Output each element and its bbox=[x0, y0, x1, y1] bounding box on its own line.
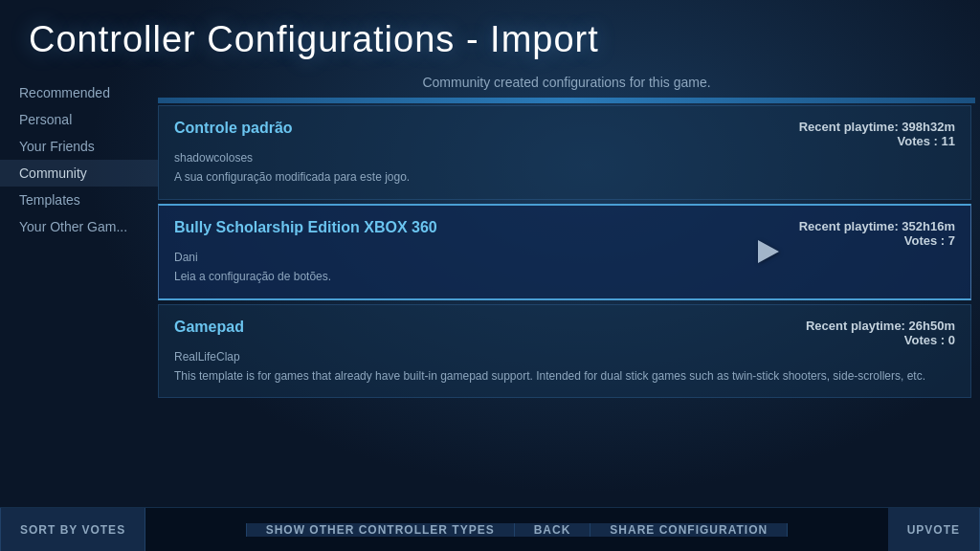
main-content: Recommended Personal Your Friends Commun… bbox=[0, 70, 980, 507]
cursor-arrow-icon bbox=[758, 240, 779, 263]
top-bar-divider bbox=[158, 98, 975, 103]
sidebar-item-community[interactable]: Community bbox=[0, 160, 158, 187]
card-votes: Votes : 0 bbox=[806, 333, 955, 347]
card-stats: Recent playtime: 398h32m Votes : 11 bbox=[799, 120, 955, 148]
toolbar: SORT BY VOTES SHOW OTHER CONTROLLER TYPE… bbox=[0, 507, 980, 551]
toolbar-center: SHOW OTHER CONTROLLER TYPES BACK SHARE C… bbox=[246, 523, 788, 537]
config-list[interactable]: Controle padrão Recent playtime: 398h32m… bbox=[158, 105, 975, 507]
card-stats: Recent playtime: 26h50m Votes : 0 bbox=[806, 319, 955, 347]
content-panel: Community created configurations for thi… bbox=[158, 70, 980, 507]
card-author: shadowcoloses bbox=[174, 151, 955, 165]
card-header: Gamepad Recent playtime: 26h50m Votes : … bbox=[174, 319, 955, 347]
card-stats: Recent playtime: 352h16m Votes : 7 bbox=[799, 219, 955, 248]
card-votes: Votes : 11 bbox=[799, 134, 955, 148]
card-header: Controle padrão Recent playtime: 398h32m… bbox=[174, 120, 955, 148]
sidebar: Recommended Personal Your Friends Commun… bbox=[0, 70, 158, 507]
card-author: Dani bbox=[174, 251, 955, 264]
card-playtime: Recent playtime: 352h16m bbox=[799, 219, 955, 233]
config-card-controle-padrao[interactable]: Controle padrão Recent playtime: 398h32m… bbox=[158, 105, 971, 200]
card-playtime: Recent playtime: 26h50m bbox=[806, 319, 955, 333]
card-title: Controle padrão bbox=[174, 120, 293, 137]
card-author: RealLifeClap bbox=[174, 350, 955, 364]
card-title: Bully Scholarship Edition XBOX 360 bbox=[174, 219, 437, 236]
upvote-button[interactable]: UPVOTE bbox=[888, 508, 980, 551]
page-container: Controller Configurations - Import Recom… bbox=[0, 0, 980, 551]
card-description: Leia a configuração de botões. bbox=[174, 269, 955, 285]
config-card-gamepad[interactable]: Gamepad Recent playtime: 26h50m Votes : … bbox=[158, 304, 971, 399]
card-votes: Votes : 7 bbox=[799, 233, 955, 248]
card-header: Bully Scholarship Edition XBOX 360 Recen… bbox=[174, 219, 955, 248]
back-button[interactable]: BACK bbox=[515, 523, 591, 537]
card-title: Gamepad bbox=[174, 319, 244, 336]
share-configuration-button[interactable]: SHARE CONFIGURATION bbox=[590, 523, 788, 537]
config-card-bully[interactable]: Bully Scholarship Edition XBOX 360 Recen… bbox=[158, 204, 971, 300]
sidebar-item-recommended[interactable]: Recommended bbox=[0, 79, 158, 106]
content-subtitle: Community created configurations for thi… bbox=[158, 70, 975, 98]
card-description: This template is for games that already … bbox=[174, 368, 955, 385]
sidebar-item-your-friends[interactable]: Your Friends bbox=[0, 133, 158, 160]
sidebar-item-personal[interactable]: Personal bbox=[0, 106, 158, 133]
card-description: A sua configuração modificada para este … bbox=[174, 169, 955, 186]
header: Controller Configurations - Import bbox=[0, 0, 980, 70]
card-playtime: Recent playtime: 398h32m bbox=[799, 120, 955, 134]
sort-by-votes-button[interactable]: SORT BY VOTES bbox=[0, 508, 145, 551]
sidebar-item-templates[interactable]: Templates bbox=[0, 187, 158, 213]
sidebar-item-your-other-games[interactable]: Your Other Gam... bbox=[0, 213, 158, 240]
show-other-controller-types-button[interactable]: SHOW OTHER CONTROLLER TYPES bbox=[246, 523, 515, 537]
page-title: Controller Configurations - Import bbox=[29, 19, 951, 60]
